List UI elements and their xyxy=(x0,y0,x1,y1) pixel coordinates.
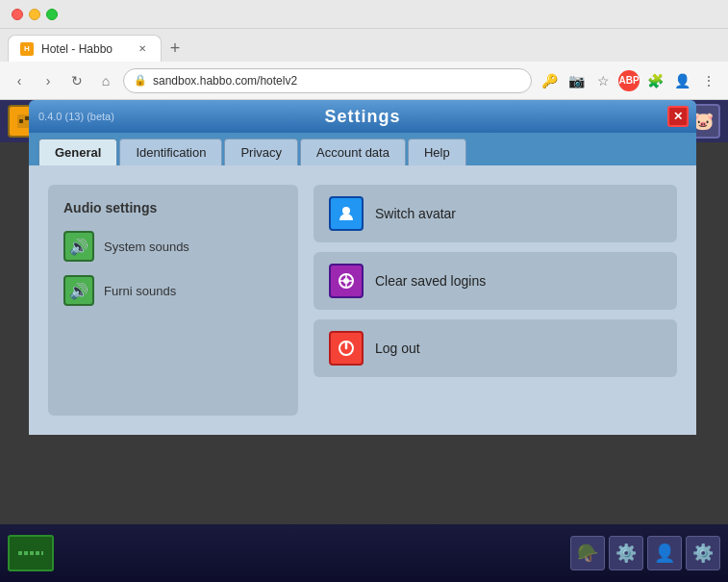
switch-avatar-button[interactable]: Switch avatar xyxy=(314,185,677,242)
switch-avatar-label: Switch avatar xyxy=(375,206,456,221)
key-icon-button[interactable]: 🔑 xyxy=(538,69,561,92)
tab-identification[interactable]: Identification xyxy=(119,139,222,165)
settings-close-button[interactable]: ✕ xyxy=(667,106,689,127)
clear-logins-icon xyxy=(329,264,364,298)
settings-tab-bar: General Identification Privacy Account d… xyxy=(29,133,696,165)
svg-rect-11 xyxy=(30,551,34,555)
log-out-label: Log out xyxy=(375,341,420,356)
more-options-button[interactable]: ⋮ xyxy=(697,69,720,92)
audio-panel: Audio settings 🔊 System sounds 🔊 Furni s… xyxy=(48,185,298,416)
svg-point-5 xyxy=(342,207,350,215)
nav-home-button[interactable]: ⌂ xyxy=(94,69,117,92)
furni-sounds-item[interactable]: 🔊 Furni sounds xyxy=(63,275,283,306)
furni-sounds-label: Furni sounds xyxy=(104,284,176,298)
bottom-icon-3[interactable]: 👤 xyxy=(647,536,682,570)
tab-close-button[interactable]: ✕ xyxy=(136,42,149,56)
close-traffic-light[interactable] xyxy=(12,9,23,20)
lock-icon: 🔒 xyxy=(134,74,147,87)
minimize-traffic-light[interactable] xyxy=(29,9,40,20)
svg-rect-12 xyxy=(36,551,39,555)
log-out-button[interactable]: Log out xyxy=(314,319,677,377)
puzzle-icon-button[interactable]: 🧩 xyxy=(643,69,666,92)
settings-dialog: 0.4.0 (13) (beta) Settings ✕ General Ide… xyxy=(29,100,696,435)
nav-back-button[interactable]: ‹ xyxy=(8,69,31,92)
bottom-icons-right: 🪖 ⚙️ 👤 ⚙️ xyxy=(570,536,720,570)
svg-point-7 xyxy=(343,278,349,284)
address-bar[interactable]: 🔒 sandbox.habbo.com/hotelv2 xyxy=(123,68,532,93)
actions-panel: Switch avatar Clear saved logins xyxy=(314,185,677,416)
nav-refresh-button[interactable]: ↻ xyxy=(65,69,88,92)
audio-settings-title: Audio settings xyxy=(63,200,283,215)
screenshot-icon-button[interactable]: 📷 xyxy=(565,69,588,92)
browser-chrome: H Hotel - Habbo ✕ + ‹ › ↻ ⌂ 🔒 sandbox.ha… xyxy=(0,0,728,100)
tab-help[interactable]: Help xyxy=(408,139,466,165)
tab-general[interactable]: General xyxy=(38,139,117,165)
browser-tab-hotel[interactable]: H Hotel - Habbo ✕ xyxy=(8,35,162,62)
system-sounds-label: System sounds xyxy=(104,240,189,254)
toolbar-icons: 🔑 📷 ☆ ABP 🧩 👤 ⋮ xyxy=(538,69,720,92)
bottom-game-bar: 🪖 ⚙️ 👤 ⚙️ xyxy=(0,524,728,582)
tab-privacy[interactable]: Privacy xyxy=(224,139,298,165)
traffic-lights xyxy=(12,9,58,20)
bottom-green-indicator xyxy=(8,535,54,571)
log-out-icon xyxy=(329,331,364,366)
browser-toolbar: ‹ › ↻ ⌂ 🔒 sandbox.habbo.com/hotelv2 🔑 📷 … xyxy=(0,62,728,100)
furni-sounds-icon: 🔊 xyxy=(63,275,94,306)
new-tab-button[interactable]: + xyxy=(162,35,188,62)
settings-body: Audio settings 🔊 System sounds 🔊 Furni s… xyxy=(29,165,696,435)
adblock-icon-button[interactable]: ABP xyxy=(618,70,640,91)
svg-rect-1 xyxy=(19,119,23,123)
bottom-icon-1[interactable]: 🪖 xyxy=(570,536,605,570)
browser-titlebar xyxy=(0,0,728,29)
tab-account-data[interactable]: Account data xyxy=(300,139,406,165)
bottom-icon-2[interactable]: ⚙️ xyxy=(609,536,643,570)
tab-title: Hotel - Habbo xyxy=(41,42,113,56)
star-icon-button[interactable]: ☆ xyxy=(591,69,615,92)
url-text: sandbox.habbo.com/hotelv2 xyxy=(153,74,297,88)
settings-version: 0.4.0 (13) (beta) xyxy=(38,111,114,122)
settings-title: Settings xyxy=(324,107,400,127)
system-sounds-icon: 🔊 xyxy=(63,231,94,262)
clear-saved-logins-label: Clear saved logins xyxy=(375,273,486,289)
nav-forward-button[interactable]: › xyxy=(37,69,60,92)
svg-rect-10 xyxy=(24,551,28,555)
tab-bar: H Hotel - Habbo ✕ + xyxy=(0,29,728,62)
clear-saved-logins-button[interactable]: Clear saved logins xyxy=(314,252,677,310)
bottom-icon-4[interactable]: ⚙️ xyxy=(686,536,720,570)
user-icon-button[interactable]: 👤 xyxy=(670,69,693,92)
tab-favicon: H xyxy=(20,42,34,56)
fullscreen-traffic-light[interactable] xyxy=(46,9,58,20)
settings-titlebar: 0.4.0 (13) (beta) Settings ✕ xyxy=(29,100,696,133)
svg-rect-9 xyxy=(18,551,22,555)
system-sounds-item[interactable]: 🔊 System sounds xyxy=(63,231,283,262)
svg-rect-13 xyxy=(41,551,43,555)
switch-avatar-icon xyxy=(329,196,364,231)
